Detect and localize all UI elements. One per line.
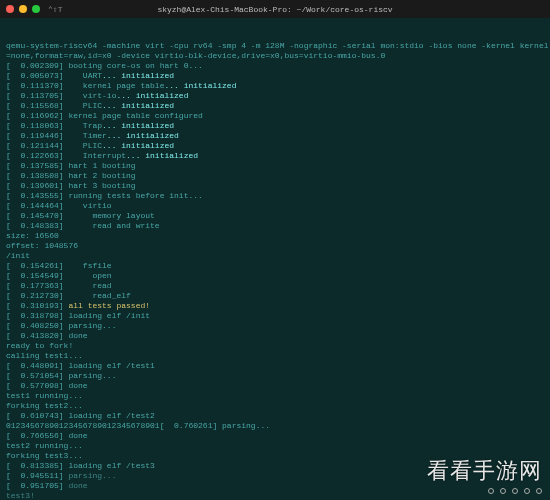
- log-line: [ 0.571054] parsing...: [6, 371, 544, 381]
- log-line: [ 0.002309] booting core-os on hart 0...: [6, 61, 544, 71]
- log-line: [ 0.145470] memory layout: [6, 211, 544, 221]
- minimize-icon[interactable]: [19, 5, 27, 13]
- log-line: forking test2...: [6, 401, 544, 411]
- log-line: [ 0.766556] done: [6, 431, 544, 441]
- watermark-dots: [488, 488, 542, 494]
- log-line: =none,format=raw,id=x0 -device virtio-bl…: [6, 51, 544, 61]
- log-line: [ 0.118063] Trap... initialized: [6, 121, 544, 131]
- watermark: 看看手游网: [427, 456, 542, 494]
- log-line: 01234567890123456789012345678901[ 0.7602…: [6, 421, 544, 431]
- log-line: [ 0.116962] kernel page table configured: [6, 111, 544, 121]
- log-line: [ 0.122663] Interrupt... initialized: [6, 151, 544, 161]
- titlebar: ⌃⇧T skyzh@Alex-Chis-MacBook-Pro: ~/Work/…: [0, 0, 550, 18]
- log-line: [ 0.119446] Timer... initialized: [6, 131, 544, 141]
- log-line: [ 0.577098] done: [6, 381, 544, 391]
- log-line: [ 0.154261] fsfile: [6, 261, 544, 271]
- shell-indicator: ⌃⇧T: [48, 5, 62, 14]
- log-line: [ 0.115568] PLIC... initialized: [6, 101, 544, 111]
- zoom-icon[interactable]: [32, 5, 40, 13]
- log-line: calling test1...: [6, 351, 544, 361]
- log-line: [ 0.139601] hart 3 booting: [6, 181, 544, 191]
- log-line: offset: 1048576: [6, 241, 544, 251]
- log-line: [ 0.177363] read: [6, 281, 544, 291]
- log-line: qemu-system-riscv64 -machine virt -cpu r…: [6, 41, 544, 51]
- log-line: [ 0.121144] PLIC... initialized: [6, 141, 544, 151]
- log-line: [ 0.408250] parsing...: [6, 321, 544, 331]
- log-line: test1 running...: [6, 391, 544, 401]
- log-line: /init: [6, 251, 544, 261]
- log-line: ready to fork!: [6, 341, 544, 351]
- log-line: test2 running...: [6, 441, 544, 451]
- log-line: [ 0.138508] hart 2 booting: [6, 171, 544, 181]
- log-line: [ 0.154549] open: [6, 271, 544, 281]
- window-title: skyzh@Alex-Chis-MacBook-Pro: ~/Work/core…: [157, 5, 392, 14]
- log-line: [ 0.111370] kernel page table... initial…: [6, 81, 544, 91]
- close-icon[interactable]: [6, 5, 14, 13]
- log-line: [ 0.610743] loading elf /test2: [6, 411, 544, 421]
- terminal-output[interactable]: qemu-system-riscv64 -machine virt -cpu r…: [0, 18, 550, 500]
- log-line: size: 16560: [6, 231, 544, 241]
- log-line: [ 0.148383] read and write: [6, 221, 544, 231]
- log-line: [ 0.212730] read_elf: [6, 291, 544, 301]
- log-line: [ 0.143555] running tests before init...: [6, 191, 544, 201]
- log-line: [ 0.137585] hart 1 booting: [6, 161, 544, 171]
- log-line: [ 0.413820] done: [6, 331, 544, 341]
- traffic-lights: [6, 5, 40, 13]
- log-line: [ 0.113705] virt-io... initialized: [6, 91, 544, 101]
- log-line: [ 0.005073] UART... initialized: [6, 71, 544, 81]
- log-line: [ 0.310193] all tests passed!: [6, 301, 544, 311]
- log-line: [ 0.318798] loading elf /init: [6, 311, 544, 321]
- log-line: [ 0.144464] virtio: [6, 201, 544, 211]
- watermark-text: 看看手游网: [427, 456, 542, 486]
- log-line: [ 0.448091] loading elf /test1: [6, 361, 544, 371]
